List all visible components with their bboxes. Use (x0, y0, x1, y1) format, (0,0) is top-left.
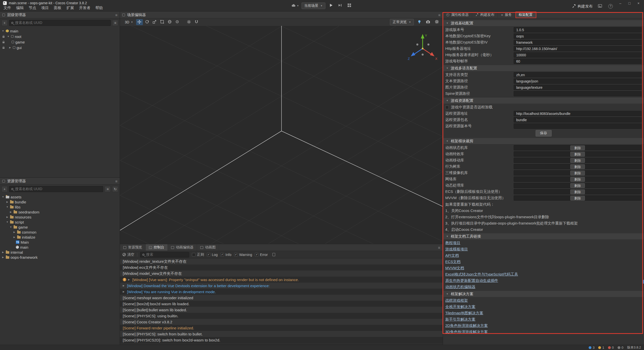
log-row-info[interactable]: ▶ [Window] Download the Vue Devtools ext… (120, 283, 443, 289)
tab-asset-preview[interactable]: 资源预览 (120, 244, 146, 251)
http-timeout-field[interactable]: 10000 (514, 52, 641, 58)
scale-tool-button[interactable] (151, 19, 158, 25)
add-node-button[interactable]: + (2, 20, 8, 26)
doc-link-anim-state-editor[interactable]: 动画状态机编辑器 (445, 285, 475, 289)
doc-link-tutorial[interactable]: 教程项目 (445, 241, 460, 245)
tab-property-inspector[interactable]: 属性检查器 (443, 12, 472, 18)
collapse-icon[interactable]: ▼ (7, 35, 10, 38)
filter-log-checkbox[interactable]: ✓ Log (207, 253, 218, 257)
collapse-icon[interactable]: ▼ (6, 221, 9, 223)
lock-toggle[interactable] (2, 47, 6, 49)
doc-link-game-template[interactable]: 游戏模板项目 (445, 247, 468, 252)
assets-search-input[interactable]: 搜索名称或 UUID (9, 186, 103, 192)
asset-row-game[interactable]: ▼ game (0, 225, 120, 230)
http-server-field[interactable]: http://192.168.0.150/main/ (514, 46, 641, 51)
asset-row-main-ts[interactable]: TS Main (0, 240, 120, 245)
scene-settings-button[interactable] (433, 19, 440, 25)
assets-filter-button[interactable]: ≡ (105, 186, 111, 192)
expand-icon[interactable]: ▶ (123, 284, 125, 287)
solution-link-tactics[interactable]: 战棋游戏框架 (445, 298, 468, 303)
asset-row-initialize[interactable]: ▶ initialize (0, 235, 120, 240)
language-types-field[interactable]: zh,en (514, 72, 641, 77)
asset-row-script[interactable]: ▼ script (0, 220, 120, 225)
hierarchy-node-game[interactable]: game (0, 39, 120, 45)
section-doc-links[interactable]: ▼ 框架文档工具链接 (444, 233, 643, 239)
menu-panel[interactable]: 面板 (51, 5, 64, 11)
log-row[interactable]: [Window] model_view文件夹不存在 (120, 271, 443, 277)
log-row[interactable]: [Window] render_texture文件夹不存在 (120, 258, 443, 265)
expand-icon[interactable]: ▶ (13, 236, 16, 238)
log-row-info[interactable]: ▶ [Window] You are running Vue in develo… (120, 289, 443, 295)
solution-link-2d-rpg[interactable]: 2D角色扮演游戏解决方案 (445, 323, 488, 328)
pivot-tool-button[interactable] (174, 19, 181, 25)
assets-refresh-button[interactable]: ↻ (112, 186, 118, 192)
help-button[interactable]: ? (607, 3, 614, 10)
lock-toggle[interactable] (2, 41, 6, 43)
asset-row-libs[interactable]: ▼ libs (0, 204, 120, 209)
panel-menu-icon[interactable]: ≡ (438, 245, 440, 250)
tab-framework-config[interactable]: 框架配置 (515, 12, 536, 18)
gizmo-settings-button[interactable] (193, 19, 200, 25)
doc-link-excel-tool[interactable]: Excel格式转Json文件与TypeScript代码工具 (445, 272, 518, 277)
section-resource-config[interactable]: ▼ 游戏资源配置 (444, 98, 643, 104)
tab-service[interactable]: ≡ 服务 (498, 12, 515, 18)
collapse-icon[interactable]: ▼ (2, 196, 5, 198)
world-space-tool-button[interactable] (166, 19, 173, 25)
tab-build-publish[interactable]: 构建发布 (472, 12, 498, 18)
status-info-count[interactable]: 3 (589, 346, 594, 349)
expand-icon[interactable]: ▶ (13, 231, 16, 233)
scene-viewport[interactable]: Y X Z (120, 26, 443, 244)
asset-row-seedrandom[interactable]: ▶ seedrandom (0, 209, 120, 214)
hierarchy-filter-button[interactable]: ≡ (112, 20, 118, 26)
remote-load-checkbox[interactable]: 游戏中资源是否远程加载 (443, 104, 644, 110)
log-row[interactable]: [Scene] [bullet]:bullet wasm lib loaded. (120, 307, 443, 313)
remote-bundle-field[interactable]: bundle (514, 117, 641, 122)
solution-link-fullstack[interactable]: 全栈开发解决方案 (445, 304, 475, 309)
layout-grid-button[interactable] (346, 3, 352, 9)
expand-icon[interactable]: ▶ (9, 211, 12, 213)
collapse-icon[interactable]: ▼ (6, 206, 9, 208)
menu-extension[interactable]: 扩展 (64, 5, 76, 11)
remote-version-field[interactable] (514, 123, 641, 129)
status-error-count[interactable]: 0 (608, 346, 614, 349)
snap-tool-button[interactable] (186, 19, 192, 25)
solution-link-guide[interactable]: 新手引导解决方案 (445, 317, 475, 322)
play-button[interactable] (328, 3, 334, 9)
preview-platform-button[interactable]: ▼ (292, 3, 299, 9)
menu-help[interactable]: 帮助 (93, 5, 105, 11)
clear-console-button[interactable]: 清空 (123, 252, 134, 257)
export-log-button[interactable] (270, 251, 277, 258)
scene-select[interactable]: 当前场景 ▼ (302, 3, 326, 9)
delete-module-button[interactable]: 删除 (570, 158, 585, 163)
asset-row-oops-framework[interactable]: ▶ oops-framework (0, 255, 120, 260)
regex-checkbox[interactable]: 正则 (192, 252, 204, 257)
asset-row-resources[interactable]: ▶ resources (0, 214, 120, 220)
panel-menu-icon[interactable]: ≡ (438, 13, 440, 17)
doc-link-api[interactable]: API文档 (445, 253, 459, 258)
maximize-button[interactable]: □ (625, 0, 634, 6)
scene-light-button[interactable] (416, 19, 423, 25)
doc-link-hotupdate-plugin[interactable]: 原生包热更新配置自动生成插件 (445, 278, 498, 283)
log-row[interactable]: [Scene] meshopt wasm decoder initialized (120, 295, 443, 301)
doc-link-ecs[interactable]: ECS文档 (445, 259, 461, 264)
crypto-iv-field[interactable]: framework (514, 40, 641, 45)
lock-toggle[interactable] (2, 35, 6, 38)
section-solutions[interactable]: ▼ 框架解决方案 (444, 291, 643, 297)
view-mode-select[interactable]: 正常浏览 ▼ (390, 19, 414, 25)
build-publish-button[interactable]: 构建发布 (572, 4, 593, 9)
hierarchy-node-root[interactable]: ▼ root (0, 34, 120, 39)
move-tool-button[interactable] (136, 19, 143, 25)
panel-menu-icon[interactable]: ≡ (115, 13, 117, 17)
expand-icon[interactable]: ▶ (2, 251, 5, 253)
scrollbar-thumb[interactable] (643, 280, 644, 284)
doc-link-mvvm[interactable]: MVVM文档 (445, 266, 464, 271)
expand-icon[interactable]: ▶ (6, 201, 9, 203)
add-asset-button[interactable]: + (2, 186, 8, 192)
log-row-warning[interactable]: [Scene] Forward render pipeline initiali… (120, 325, 443, 331)
filter-info-checkbox[interactable]: ✓ Info (220, 253, 231, 257)
hierarchy-node-gui[interactable]: ▶ gui (0, 45, 120, 50)
section-basic-config[interactable]: ▼ 游戏基础配置 (444, 20, 643, 26)
delete-module-button[interactable]: 删除 (570, 189, 585, 194)
tab-animation-editor[interactable]: 动画编辑器 (168, 244, 197, 251)
expand-icon[interactable]: ▶ (6, 216, 9, 218)
